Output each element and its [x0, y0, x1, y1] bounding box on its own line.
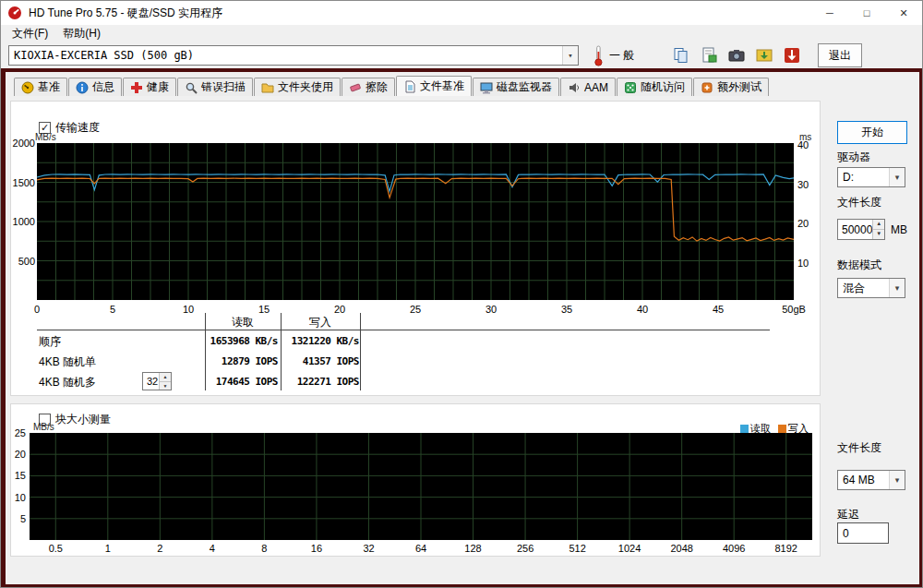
result-row-label: 4KB 随机多: [39, 375, 96, 390]
queue-depth-stepper[interactable]: 32▲▼: [142, 372, 172, 390]
stepper-arrows[interactable]: ▲▼: [872, 220, 884, 239]
step-up-icon[interactable]: ▲: [873, 220, 884, 230]
maximize-button[interactable]: □: [848, 1, 885, 25]
data-mode-label: 数据模式: [837, 258, 881, 273]
folder-icon: [261, 81, 274, 94]
file-length-stepper[interactable]: 50000 ▲▼: [837, 219, 885, 240]
tab-disk-monitor[interactable]: 磁盘监视器: [473, 78, 559, 96]
toolbar-icons: [670, 44, 803, 66]
block-size-panel: ✓ 块大小测量 读取 写入 MB/s 0.5124816326412825651…: [10, 403, 821, 557]
scan-icon: [185, 81, 198, 94]
device-select-value: KIOXIA-EXCERIA SSD (500 gB): [9, 49, 562, 62]
copy-icon[interactable]: [670, 44, 692, 66]
y-tick-label: 10: [4, 492, 26, 503]
y-tick-label: 15: [4, 470, 26, 481]
transfer-speed-panel: ✓ 传输速度 MB/s ms 读取 写入 顺序1653968 KB/s13212…: [10, 101, 821, 396]
y-tick-label: 20: [4, 449, 26, 460]
gauge-icon: [21, 81, 34, 94]
menu-help[interactable]: 帮助(H): [55, 24, 108, 43]
drive-select[interactable]: D: ▾: [837, 167, 905, 187]
tab-erase[interactable]: 擦除: [342, 78, 395, 96]
tab-label: 健康: [147, 79, 169, 95]
chevron-down-icon: ▾: [562, 46, 578, 65]
thermometer-icon: [593, 45, 604, 66]
latency-input[interactable]: 0: [837, 522, 889, 544]
window-frame-bottom: [1, 584, 922, 588]
tab-extra-tests[interactable]: 额外测试: [693, 78, 769, 96]
tab-label: 文件基准: [420, 78, 464, 94]
speaker-icon: [568, 81, 581, 94]
y-tick-label: 20: [797, 218, 809, 229]
tab-label: 随机访问: [641, 79, 685, 95]
latency-label: 延迟: [837, 507, 859, 522]
step-down-icon[interactable]: ▼: [160, 382, 171, 390]
block-file-length-label: 文件长度: [837, 440, 881, 456]
y-axis-unit-left: MB/s: [35, 132, 56, 142]
menu-file[interactable]: 文件(F): [5, 24, 55, 43]
step-up-icon[interactable]: ▲: [160, 373, 171, 382]
y-tick-label: 500: [11, 256, 35, 267]
result-read-value: 12879 IOPS: [206, 355, 278, 367]
app-icon: [7, 6, 22, 20]
close-button[interactable]: ✕: [885, 1, 922, 25]
y-tick-label: 1500: [11, 177, 35, 188]
window-frame-right: [919, 68, 922, 588]
transfer-chart: [37, 143, 794, 300]
window-title: HD Tune Pro 5.75 - 硬盘/SSD 实用程序: [29, 6, 222, 21]
x-tick-label: 4096: [723, 543, 745, 554]
drive-label: 驱动器: [837, 150, 870, 165]
x-tick-label: 30: [485, 304, 497, 315]
tab-label: 信息: [92, 79, 114, 95]
table-divider: [37, 330, 770, 330]
block-chart: [30, 433, 812, 540]
exit-button[interactable]: 退出: [818, 43, 862, 67]
tab-info[interactable]: 信息: [68, 78, 122, 96]
x-tick-label: 35: [561, 304, 572, 315]
tab-label: 错误扫描: [201, 79, 246, 95]
result-row-label: 4KB 随机单: [39, 354, 96, 370]
save-icon[interactable]: [753, 44, 775, 66]
y-tick-label: 2000: [11, 138, 35, 149]
step-down-icon[interactable]: ▼: [873, 230, 884, 239]
table-divider: [281, 313, 282, 390]
result-read-value: 174645 IOPS: [206, 376, 278, 388]
download-icon[interactable]: [781, 44, 803, 66]
chevron-down-icon: ▾: [889, 279, 905, 297]
tab-folder-usage[interactable]: 文件夹使用: [254, 78, 341, 96]
tab-label: 擦除: [366, 79, 388, 95]
minimize-button[interactable]: ─: [811, 1, 848, 25]
tab-file-benchmark[interactable]: 文件基准: [396, 76, 472, 96]
read-column-header: 读取: [205, 315, 281, 330]
camera-icon[interactable]: [725, 44, 748, 66]
x-tick-label: 2048: [670, 543, 692, 554]
y-tick-label: 1000: [11, 216, 35, 227]
tab-error-scan[interactable]: 错误扫描: [177, 78, 253, 96]
y-tick-label: 25: [4, 427, 26, 438]
erase-icon: [349, 81, 362, 94]
tab-label: 基准: [38, 79, 60, 95]
tab-random-access[interactable]: 随机访问: [617, 78, 692, 96]
data-mode-select[interactable]: 混合 ▾: [837, 278, 905, 298]
window-frame-left: [1, 68, 6, 588]
window-controls: ─ □ ✕: [811, 1, 922, 25]
result-write-value: 122271 IOPS: [283, 376, 359, 388]
block-size-label: 块大小测量: [55, 412, 111, 427]
x-tick-label: 8: [261, 543, 267, 554]
x-tick-label: 512: [569, 543, 585, 554]
stepper-arrows[interactable]: ▲▼: [159, 373, 171, 390]
report-icon[interactable]: [698, 44, 720, 66]
queue-depth-value: 32: [143, 373, 159, 390]
start-button[interactable]: 开始: [837, 121, 907, 144]
tab-benchmark[interactable]: 基准: [14, 78, 67, 96]
x-tick-label: 64: [415, 543, 426, 554]
tab-health[interactable]: 健康: [123, 78, 176, 96]
title-bar: HD Tune Pro 5.75 - 硬盘/SSD 实用程序 ─ □ ✕: [1, 1, 922, 25]
x-tick-label: 32: [363, 543, 374, 554]
info-icon: [76, 81, 89, 94]
tab-aam[interactable]: AAM: [560, 78, 616, 96]
block-file-length-select[interactable]: 64 MB ▾: [837, 470, 905, 490]
x-tick-label: 128: [464, 543, 481, 554]
device-select[interactable]: KIOXIA-EXCERIA SSD (500 gB) ▾: [8, 45, 579, 66]
x-tick-label: 20: [334, 304, 345, 315]
tab-label: 额外测试: [717, 79, 761, 95]
